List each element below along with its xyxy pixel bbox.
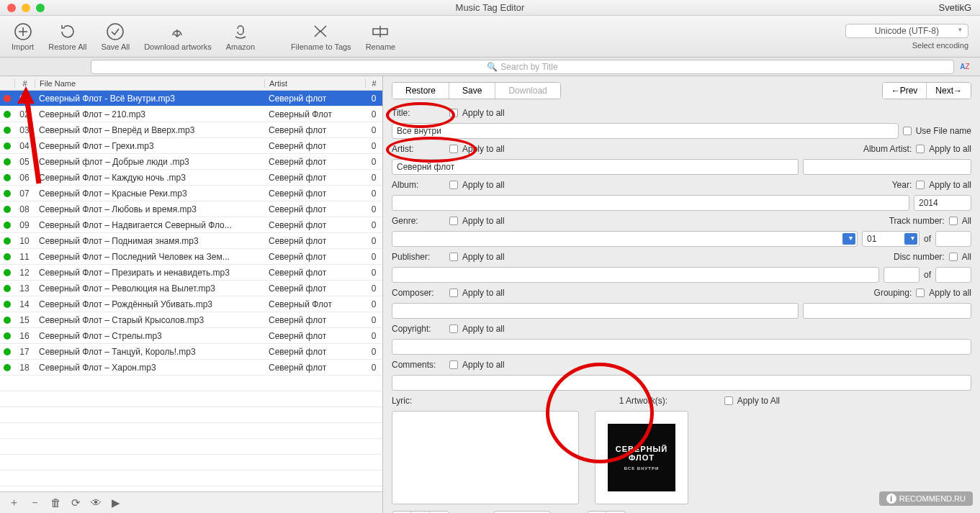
file-list-panel: # File Name Artist # 01Северный Флот - В… (0, 76, 383, 513)
year-apply-checkbox[interactable] (916, 181, 925, 189)
artwork-label: 1 Artwork(s): (619, 396, 720, 406)
table-row[interactable]: 03Северный Флот – Вперёд и Вверх.mp3Севе… (0, 122, 382, 138)
trash-button[interactable]: 🗑 (50, 496, 61, 509)
status-dot (0, 301, 14, 308)
table-row[interactable]: 18Северный Флот – Харон.mp3Севернй флот0 (0, 360, 382, 376)
publisher-input[interactable] (392, 267, 879, 283)
grouping-apply-checkbox[interactable] (916, 289, 925, 297)
table-row[interactable]: 09Северный Флот – Надвигается Северный Ф… (0, 217, 382, 233)
composer-input[interactable] (392, 303, 799, 319)
track-total-input[interactable] (935, 231, 971, 247)
refresh-button[interactable]: ⟳ (71, 496, 81, 509)
search-input[interactable]: 🔍 Search by Title (91, 60, 954, 74)
status-dot (0, 285, 14, 292)
copyright-apply-checkbox[interactable] (449, 324, 458, 333)
table-row[interactable]: 13Северный Флот – Революция на Вылет.mp3… (0, 281, 382, 296)
table-row[interactable]: 17Северный Флот – Танцуй, Король!.mp3Сев… (0, 344, 382, 360)
restore-all-button[interactable]: Restore All (41, 21, 94, 53)
composer-apply-label: Apply to all (462, 288, 505, 298)
col-trk[interactable]: # (365, 79, 382, 88)
status-dot (0, 95, 14, 102)
artwork-apply-checkbox[interactable] (724, 396, 733, 405)
disc-total-input[interactable] (935, 267, 971, 283)
col-file[interactable]: File Name (35, 79, 264, 88)
title-bar: Music Tag Editor SvetikG (0, 0, 980, 16)
album-artist-apply-checkbox[interactable] (916, 145, 925, 153)
title-apply-checkbox[interactable] (449, 109, 458, 117)
encoding-select[interactable]: Unicode (UTF-8) (845, 24, 968, 38)
row-file: Северный Флот – Каждую ночь .mp3 (35, 173, 264, 183)
row-num: 01 (14, 94, 35, 104)
col-num[interactable]: # (14, 79, 35, 88)
sort-button[interactable]: AZ (958, 60, 971, 73)
lyric-label: Lyric: (392, 396, 445, 406)
save-all-button[interactable]: Save All (94, 21, 137, 53)
play-button[interactable]: ▶ (112, 496, 120, 509)
year-input[interactable]: 2014 (914, 195, 971, 211)
comments-apply-checkbox[interactable] (449, 360, 458, 369)
genre-apply-checkbox[interactable] (449, 217, 458, 225)
table-row[interactable]: 05Северный флот – Добрые люди .mp3Северн… (0, 154, 382, 170)
table-row[interactable]: 02Северный Флот – 210.mp3Северный Флот0 (0, 106, 382, 122)
table-row[interactable]: 10Северный Флот – Поднимая знамя.mp3Севе… (0, 233, 382, 249)
grouping-input[interactable] (803, 303, 971, 319)
table-row[interactable]: 16Северный Флот – Стрелы.mp3Севернй флот… (0, 328, 382, 344)
import-button[interactable]: Import (4, 21, 41, 53)
list-body[interactable]: 01Северный Флот - Всё Внутри.mp3Севернй … (0, 91, 382, 491)
status-dot (0, 269, 14, 276)
album-input[interactable] (392, 195, 909, 211)
lyric-textarea[interactable] (392, 411, 579, 504)
row-num: 02 (14, 109, 35, 119)
artist-apply-checkbox[interactable] (449, 145, 458, 153)
next-button[interactable]: Next→ (927, 83, 971, 99)
genre-select[interactable] (392, 231, 858, 247)
publisher-apply-label: Apply to all (462, 252, 505, 262)
amazon-button[interactable]: Amazon (219, 21, 262, 53)
row-num: 18 (14, 363, 35, 373)
title-input[interactable]: Все внутри (392, 123, 899, 139)
remove-button[interactable]: － (30, 496, 40, 509)
prev-button[interactable]: ←Prev (883, 83, 927, 99)
status-dot (0, 142, 14, 150)
table-row[interactable]: 11Северный Флот – Последний Человек на З… (0, 249, 382, 265)
album-artist-input[interactable] (803, 159, 971, 175)
track-select[interactable]: 01 (862, 231, 920, 247)
table-row[interactable]: 14Северный Флот – Рождённый Убивать.mp3С… (0, 296, 382, 312)
copyright-input[interactable] (392, 339, 971, 355)
list-header: # File Name Artist # (0, 76, 382, 91)
add-button[interactable]: ＋ (9, 496, 19, 509)
disc-label: Disc number: (894, 252, 945, 262)
download-artworks-button[interactable]: Download artworks (137, 21, 219, 53)
use-file-name-checkbox[interactable] (903, 127, 912, 135)
download-button[interactable]: Download (495, 83, 559, 99)
row-trk: 0 (365, 220, 382, 230)
table-row[interactable]: 08Северный Флот – Любовь и время.mp3Севе… (0, 201, 382, 217)
artwork-box[interactable]: СЕВЕРНЫЙ ФЛОТ ВСЕ ВНУТРИ (595, 411, 688, 504)
table-row[interactable]: 12Северный Флот – Презирать и ненавидеть… (0, 265, 382, 281)
table-row[interactable]: 07Северный Флот – Красные Реки.mp3Северн… (0, 186, 382, 201)
composer-apply-checkbox[interactable] (449, 289, 458, 297)
table-row[interactable]: 01Северный Флот - Всё Внутри.mp3Севернй … (0, 91, 382, 106)
rename-button[interactable]: Rename (359, 21, 403, 53)
table-row[interactable]: 15Северный Флот – Старый Крысолов.mp3Сев… (0, 312, 382, 328)
comments-input[interactable] (392, 375, 971, 391)
track-all-checkbox[interactable] (949, 217, 958, 225)
status-dot (0, 190, 14, 197)
reveal-button[interactable]: 👁 (91, 496, 102, 509)
disc-all-checkbox[interactable] (949, 253, 958, 261)
col-artist[interactable]: Artist (264, 79, 365, 88)
track-of: of (924, 234, 931, 244)
album-apply-checkbox[interactable] (449, 181, 458, 189)
artist-input[interactable]: Севернй флот (392, 159, 799, 175)
save-button[interactable]: Save (449, 83, 495, 99)
publisher-apply-checkbox[interactable] (449, 253, 458, 261)
table-row[interactable]: 04Северный Флот – Грехи.mp3Севернй флот0 (0, 138, 382, 154)
status-dot (0, 253, 14, 260)
save-all-label: Save All (101, 42, 130, 51)
row-num: 13 (14, 283, 35, 294)
restore-button[interactable]: Restore (392, 83, 449, 99)
nav-segment: ←Prev Next→ (882, 82, 971, 99)
filename-to-tags-button[interactable]: Filename to Tags (284, 21, 359, 53)
table-row[interactable]: 06Северный Флот – Каждую ночь .mp3Северн… (0, 170, 382, 186)
disc-input[interactable] (884, 267, 920, 283)
